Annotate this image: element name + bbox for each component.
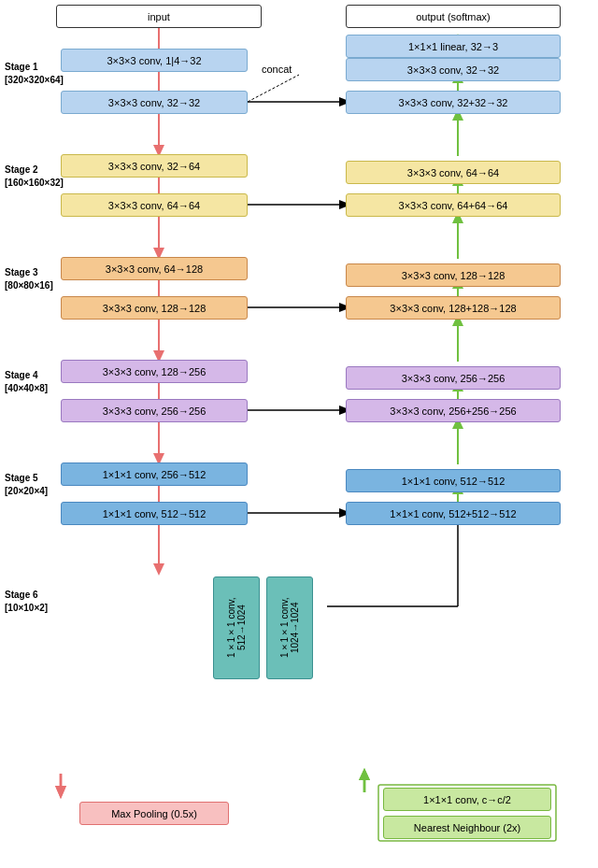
stage6-label: Stage 6 [10×10×2] bbox=[5, 589, 48, 615]
l11-box: 1×1×1 conv, 512→1024 bbox=[213, 576, 260, 679]
input-label: input bbox=[148, 11, 170, 22]
svg-marker-51 bbox=[55, 786, 66, 799]
legend-maxpool-box: Max Pooling (0.5x) bbox=[79, 802, 229, 825]
legend-upsample2-box: Nearest Neighbour (2x) bbox=[383, 816, 551, 839]
l4-box: 3×3×3 conv, 64→64 bbox=[61, 193, 248, 217]
r11-box: 1×1×1 conv, 512+512→512 bbox=[346, 502, 561, 525]
r6-box: 3×3×3 conv, 128→128 bbox=[346, 263, 561, 287]
arrows-svg bbox=[0, 0, 598, 868]
r7-box: 3×3×3 conv, 128+128→128 bbox=[346, 296, 561, 320]
r4-box: 3×3×3 conv, 64→64 bbox=[346, 161, 561, 184]
svg-marker-15 bbox=[153, 563, 164, 576]
r5-box: 3×3×3 conv, 64+64→64 bbox=[346, 193, 561, 217]
l8-box: 3×3×3 conv, 256→256 bbox=[61, 399, 248, 422]
svg-marker-55 bbox=[55, 786, 66, 799]
r2-box: 3×3×3 conv, 32→32 bbox=[346, 58, 561, 81]
output-box: output (softmax) bbox=[346, 5, 561, 28]
legend-upsample1-box: 1×1×1 conv, c→c/2 bbox=[383, 788, 551, 811]
l3-box: 3×3×3 conv, 32→64 bbox=[61, 154, 248, 178]
r9-box: 3×3×3 conv, 256+256→256 bbox=[346, 399, 561, 422]
l12-box: 1×1×1 conv, 1024→1024 bbox=[266, 576, 313, 679]
l7-box: 3×3×3 conv, 128→256 bbox=[61, 360, 248, 383]
l5-box: 3×3×3 conv, 64→128 bbox=[61, 257, 248, 280]
concat-label: concat bbox=[262, 64, 292, 75]
input-box: input bbox=[56, 5, 262, 28]
r3-box: 3×3×3 conv, 32+32→32 bbox=[346, 91, 561, 114]
diagram-container: input output (softmax) Stage 1 [320×320×… bbox=[0, 0, 598, 19]
stage2-label: Stage 2 [160×160×32] bbox=[5, 164, 64, 190]
stage5-label: Stage 5 [20×20×4] bbox=[5, 472, 48, 498]
l9-box: 1×1×1 conv, 256→512 bbox=[61, 462, 248, 486]
l6-box: 3×3×3 conv, 128→128 bbox=[61, 296, 248, 320]
svg-marker-57 bbox=[359, 768, 370, 780]
l1-box: 3×3×3 conv, 1|4→32 bbox=[61, 49, 248, 72]
r10-box: 1×1×1 conv, 512→512 bbox=[346, 469, 561, 492]
l10-box: 1×1×1 conv, 512→512 bbox=[61, 502, 248, 525]
stage4-label: Stage 4 [40×40×8] bbox=[5, 369, 48, 395]
stage1-label: Stage 1 [320×320×64] bbox=[5, 61, 64, 87]
svg-line-49 bbox=[248, 75, 299, 102]
output-label: output (softmax) bbox=[416, 11, 490, 22]
r8-box: 3×3×3 conv, 256→256 bbox=[346, 366, 561, 390]
l2-box: 3×3×3 conv, 32→32 bbox=[61, 91, 248, 114]
r1-box: 1×1×1 linear, 32→3 bbox=[346, 35, 561, 58]
svg-marker-53 bbox=[359, 768, 370, 780]
stage3-label: Stage 3 [80×80×16] bbox=[5, 266, 53, 292]
